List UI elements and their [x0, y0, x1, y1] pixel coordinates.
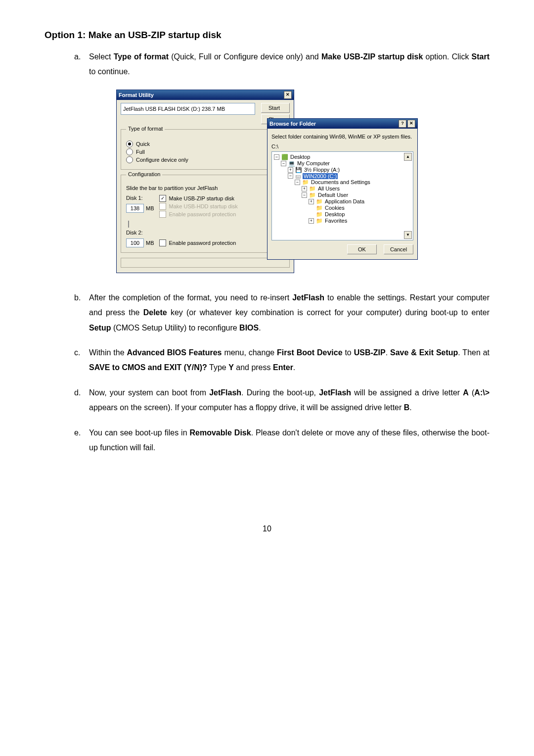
- expand-icon[interactable]: −: [288, 173, 293, 179]
- folder-icon: 📁: [316, 218, 323, 224]
- expand-icon[interactable]: −: [274, 154, 279, 160]
- text: SAVE to CMOS and EXIT (Y/N)?: [89, 363, 207, 372]
- close-icon[interactable]: ✕: [284, 91, 292, 99]
- desktop-icon: 🟩: [281, 154, 288, 160]
- expand-icon[interactable]: +: [302, 186, 307, 191]
- expand-icon[interactable]: +: [288, 167, 293, 173]
- text: BIOS: [239, 324, 259, 332]
- expand-icon[interactable]: −: [281, 161, 286, 166]
- cancel-button[interactable]: Cancel: [384, 244, 413, 254]
- step-c-letter: c.: [74, 345, 89, 376]
- tree-item[interactable]: Favorites: [325, 218, 347, 224]
- text: .: [386, 348, 390, 357]
- drive-icon: 🖴: [295, 173, 301, 179]
- close-icon[interactable]: ✕: [407, 120, 415, 128]
- tree-item[interactable]: All Users: [318, 186, 340, 191]
- tree-item[interactable]: Documents and Settings: [311, 179, 370, 185]
- text: USB-ZIP: [354, 348, 386, 357]
- text: Make USB-ZIP startup disk: [321, 52, 423, 61]
- text: A: [463, 388, 469, 397]
- text: (: [469, 388, 474, 397]
- window-title: Browse for Folder: [269, 121, 316, 127]
- folder-icon: 📁: [302, 179, 309, 186]
- radio-full[interactable]: [126, 148, 133, 155]
- mb-label: MB: [146, 205, 154, 211]
- radio-configure[interactable]: [126, 156, 133, 163]
- tree-item[interactable]: 3½ Floppy (A:): [304, 167, 340, 173]
- tree-item[interactable]: Desktop: [325, 211, 345, 217]
- tree-item[interactable]: Default User: [318, 192, 348, 198]
- disk1-label: Disk 1:: [126, 195, 154, 201]
- text: Save & Exit Setup: [390, 348, 458, 357]
- step-e-body: You can see boot-up files in Removable D…: [89, 425, 490, 456]
- tree-item[interactable]: Application Data: [325, 198, 364, 204]
- path-label: C:\: [271, 143, 413, 149]
- disk2-size[interactable]: 100: [126, 238, 144, 247]
- folder-icon: 📁: [316, 211, 323, 218]
- text: You can see boot-up files in: [89, 428, 190, 437]
- expand-icon[interactable]: +: [309, 199, 314, 204]
- expand-icon[interactable]: −: [302, 192, 307, 198]
- radio-quick-label: Quick: [136, 141, 150, 147]
- tree-item[interactable]: Cookies: [325, 205, 345, 211]
- chk-pw2[interactable]: [159, 239, 166, 246]
- text: option. Click: [423, 52, 471, 61]
- text: Within the: [89, 348, 127, 357]
- ok-button[interactable]: OK: [347, 244, 377, 254]
- text: JetFlash: [292, 293, 324, 302]
- step-a-letter: a.: [74, 49, 89, 80]
- radio-quick[interactable]: [126, 141, 133, 147]
- text: Enter: [273, 363, 293, 372]
- folder-icon: 📁: [309, 192, 316, 198]
- text: JetFlash: [209, 388, 241, 397]
- step-b-body: After the completion of the format, you …: [89, 290, 490, 335]
- text: JetFlash: [319, 388, 351, 397]
- slide-label: Slide the bar to partition your JetFlash: [126, 185, 284, 191]
- chk-pw1: [159, 211, 166, 218]
- browse-instruction: Select folder containing Win98, WinME or…: [271, 134, 413, 140]
- text: Delete: [143, 308, 167, 317]
- help-icon[interactable]: ?: [399, 120, 406, 128]
- text: Start: [472, 52, 490, 61]
- tree-item[interactable]: My Computer: [297, 160, 330, 166]
- tree-item-selected[interactable]: WIN2000 (C:): [303, 173, 338, 179]
- mycomputer-icon: 💻: [288, 160, 295, 167]
- format-utility-titlebar: Format Utility ✕: [117, 90, 294, 100]
- chk-usb-zip-label: Make USB-ZIP startup disk: [169, 195, 234, 201]
- text: Removable Disk: [190, 428, 251, 437]
- text: will be assigned a drive letter: [351, 388, 463, 397]
- step-c-body: Within the Advanced BIOS Features menu, …: [89, 345, 490, 376]
- start-button[interactable]: Start: [261, 103, 290, 113]
- configuration-group: Configuration: [126, 171, 162, 177]
- scroll-down-icon[interactable]: ▼: [404, 231, 412, 239]
- device-field[interactable]: JetFlash USB FLASH DISK (D:) 238.7 MB: [121, 103, 255, 115]
- type-of-format-group: Type of format: [126, 126, 165, 132]
- expand-icon[interactable]: +: [309, 218, 314, 224]
- page-number: 10: [44, 524, 490, 533]
- radio-full-label: Full: [136, 149, 145, 155]
- disk2-label: Disk 2:: [126, 230, 154, 236]
- chk-pw2-label: Enable password protection: [169, 240, 236, 246]
- folder-icon: 📁: [316, 205, 323, 211]
- disk1-size[interactable]: 138: [126, 204, 144, 213]
- folder-tree[interactable]: ▲ ▼ −🟩Desktop −💻My Computer +💾3½ Floppy …: [271, 151, 413, 240]
- text: .: [259, 324, 261, 332]
- text: menu, change: [222, 348, 277, 357]
- text: Y: [228, 363, 234, 372]
- text: Advanced BIOS Features: [127, 348, 222, 357]
- text: .: [409, 403, 411, 412]
- tree-item[interactable]: Desktop: [290, 154, 310, 160]
- expand-icon[interactable]: −: [295, 180, 300, 185]
- text: . Then at: [458, 348, 490, 357]
- mb-label: MB: [146, 240, 154, 246]
- text: and press: [234, 363, 273, 372]
- scroll-up-icon[interactable]: ▲: [404, 153, 412, 161]
- step-d-letter: d.: [74, 385, 89, 416]
- text: (CMOS Setup Utility) to reconfigure: [111, 324, 239, 332]
- chk-usb-zip[interactable]: [159, 195, 166, 202]
- floppy-icon: 💾: [295, 167, 302, 173]
- text: .: [293, 363, 295, 372]
- text: appears on the screen). If your computer…: [89, 403, 404, 412]
- text: First Boot Device: [277, 348, 342, 357]
- text: Type: [207, 363, 228, 372]
